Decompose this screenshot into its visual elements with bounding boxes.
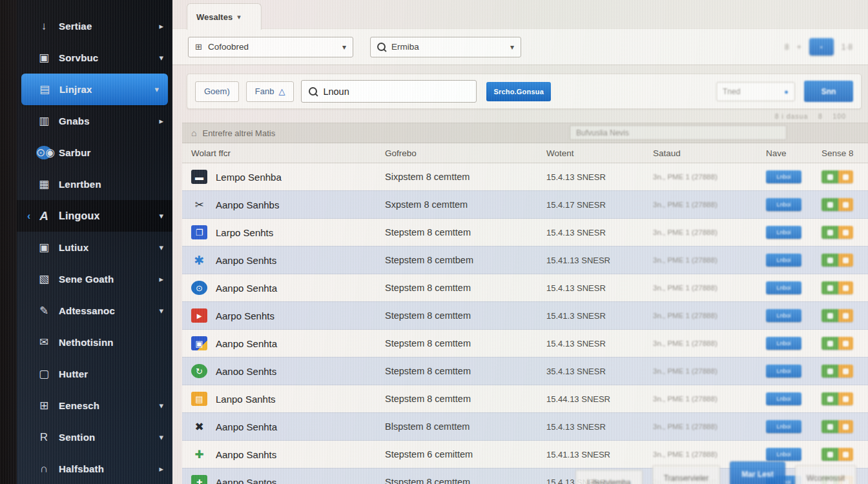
send-button[interactable]: Snn [804,81,853,102]
row-action-button[interactable]: Lnboi [766,198,801,211]
search-icon [377,43,386,51]
sidebar-item[interactable]: ▤ Linjrax ▾ [21,74,168,105]
column-header[interactable]: Wotent [537,148,644,158]
domain-name-cell[interactable]: Aanpo Senhta [182,336,376,350]
sidebar-item[interactable]: ▣ Sorvbuc ▾ [17,42,172,74]
footer-button[interactable]: Lifestylemba [575,470,642,484]
table-filter-input[interactable]: Bufvuslia Nevis [570,125,787,140]
domain-name-cell[interactable]: Aanpo Senhts [182,253,376,267]
status-badge[interactable] [822,254,853,267]
domain-name-cell[interactable]: Aanpo Sanhbs [182,197,376,212]
status-badge[interactable] [822,337,853,350]
table-row: Aarpo Senhts Stepstem 8 cemttem 15.41.3 … [182,301,868,330]
sidebar-item[interactable]: ↓ Sertiae ▸ [17,10,172,42]
version-cell: 15.4.17 SNESR [537,200,644,210]
table-header-row: Wolart ffcr Gofrebo Wotent Sataud Nave S… [182,143,868,163]
row-action-button[interactable]: Lnboi [766,254,801,267]
status-badge[interactable] [822,281,853,294]
sidebar-item[interactable]: ▧ Sene Goath ▸ [17,263,172,295]
status-badge[interactable] [822,420,853,433]
search-select[interactable]: Ermiba ▾ [370,37,521,57]
sidebar-item[interactable]: ✎ Adtessanoc ▾ [17,295,172,327]
sidebar-item-label: Lutiux [59,242,159,253]
domain-name-cell[interactable]: Aanpo Sanhts [182,447,376,461]
secondary-input[interactable]: Tned ● [716,82,795,101]
status-badge[interactable] [822,365,853,378]
add-domain-button[interactable]: Srcho.Gonsua [486,82,551,101]
domain-name-cell[interactable]: Aarpo Senhts [182,308,376,323]
row-action-button[interactable]: Lnboi [766,337,801,350]
table-row: Lanpo Sanhts Stepstem 8 cemttem 15.44.13… [182,385,868,412]
domain-name-cell[interactable]: Aanpo Santos [182,475,376,484]
version-cell: 15.41.13 SNESR [537,256,644,265]
domain-name-cell[interactable]: Larpo Senhts [182,225,376,239]
domain-name-cell[interactable]: Lanpo Sanhts [182,392,376,406]
search-input[interactable]: Lnoun [301,80,477,103]
system-cell: Stepstem 6 cemittem [376,449,537,459]
items-button[interactable]: Goem) [195,81,239,102]
sidebar-item[interactable]: ▣ Lutiux ▾ [17,232,172,263]
status-badge[interactable] [822,309,853,322]
system-cell: Stepstem 8 cemttem [376,394,537,404]
tab-websites[interactable]: Wesaltes ▾ [187,3,262,30]
row-action-button[interactable]: Lnboi [766,420,801,433]
status-badge[interactable] [822,392,853,405]
sidebar-item[interactable]: ▦ Lenrtben [17,168,172,200]
find-button[interactable]: Fanb △ [246,81,294,102]
version-cell: 15.41.13 SNESR [537,450,644,459]
page-count: 8 [785,43,789,52]
row-action-button[interactable]: Lnboi [766,392,801,405]
footer-button[interactable]: Mar Lest [730,461,785,484]
site-icon [191,364,207,378]
status-badge[interactable] [822,170,853,183]
row-action-button[interactable]: Lnboi [766,226,801,239]
domain-name-cell[interactable]: Lempo Senhba [182,170,376,184]
chevron-icon: ▾ [159,432,166,442]
status-on-icon [822,309,838,322]
row-action-button[interactable]: Lnboi [766,170,801,183]
column-header[interactable]: Wolart ffcr [182,148,376,158]
column-header[interactable]: Nave [757,148,812,158]
sidebar-item-label: Gnabs [59,116,159,126]
sidebar-item[interactable]: R Sention ▾ [17,421,172,453]
sidebar-item-label: Eenesch [59,400,159,411]
type-select[interactable]: ⊞ Cofoobred ▾ [188,37,353,57]
row-action-button[interactable]: Lnboi [766,309,801,322]
status-badge[interactable] [822,226,853,239]
footer-button[interactable]: Transervieler [652,465,721,484]
chevron-icon: ▾ [154,85,161,94]
sidebar-item-label: Adtessanoc [59,305,159,316]
row-action-button[interactable]: Lnboi [766,281,801,294]
column-header[interactable]: Gofrebo [376,148,537,158]
page-view-button[interactable]: ▪ [809,38,834,55]
status-on-icon [822,281,838,294]
domain-name-cell[interactable]: Aanpo Senhta [182,281,376,295]
sidebar-item[interactable]: ▢ Hutter [17,358,172,390]
system-cell: Sixpstem 8 cemttem [376,172,537,182]
row-action-button[interactable]: Lnboi [766,448,801,461]
sidebar-item[interactable]: ⊞ Eenesch ▾ [17,390,172,421]
table-row: Aanpo Senhta Stepstem 8 cemttem 15.4.13 … [182,330,868,357]
footer-button[interactable]: Wcoreossit [795,465,856,484]
domain-name-cell[interactable]: Aanoo Senhts [182,364,376,378]
row-action-button[interactable]: Lnboi [766,365,801,378]
sidebar-item[interactable]: ◉ Sarbur [17,137,172,168]
footer-actions: Lifestylemba Transervieler Mar Lest Wcor… [575,465,856,484]
sidebar-item[interactable]: ∩ Halfsbath ▸ [17,453,172,484]
status-badge[interactable] [822,448,853,461]
collapse-icon[interactable]: ‹ [27,210,35,222]
status-warn-icon [838,448,853,461]
domain-name-cell[interactable]: Aanpo Senhta [182,419,376,434]
sidebar-item[interactable]: ▥ Gnabs ▸ [17,105,172,137]
column-header[interactable]: Sense 8 [812,148,868,158]
site-icon [191,308,207,323]
status-badge[interactable] [822,198,853,211]
column-header[interactable]: Sataud [644,148,757,158]
table-row: Aanpo Senhta Stepstem 8 cemttem 15.4.13 … [182,274,868,301]
status-on-icon [822,170,838,183]
sidebar-item[interactable]: ✉ Nethotisinn [17,327,172,358]
date-cell: 3n., PME 1 (27888) [644,228,757,236]
sidebar-item[interactable]: ‹ A Lingoux ▾ [17,200,172,232]
pagination: 8 + ▪ 1·8 [785,38,852,55]
chevron-down-icon: ▾ [510,43,514,52]
